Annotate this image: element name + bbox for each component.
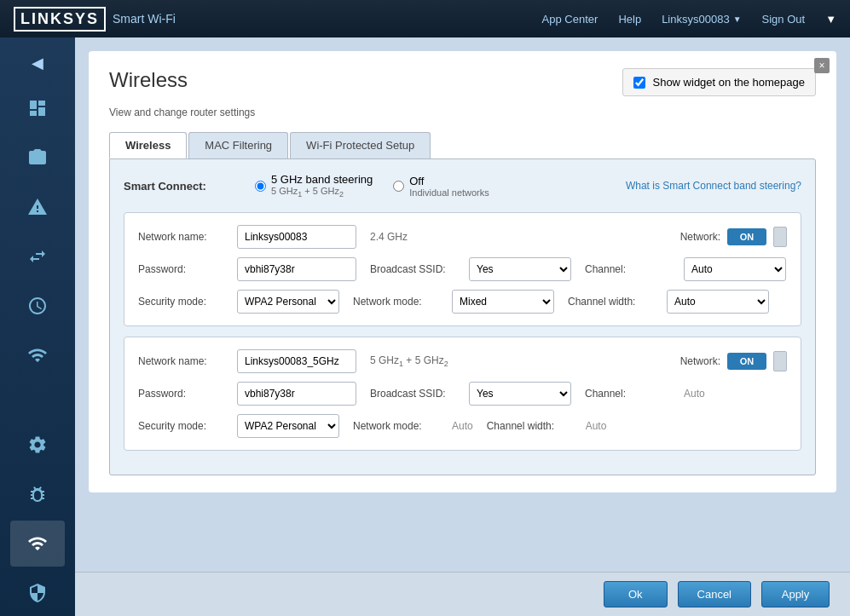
network-24-channel-select[interactable]: Auto	[684, 257, 786, 281]
app-center-link[interactable]: App Center	[542, 13, 598, 26]
network-5g-broadcast-label: Broadcast SSID:	[370, 388, 455, 400]
network-5g-width-value: Auto	[586, 420, 607, 432]
network-5g-channel-label: Channel:	[585, 388, 670, 400]
sign-out-link[interactable]: Sign Out	[762, 13, 806, 26]
homepage-check-label: Show widget on the homepage	[652, 76, 805, 89]
network-5g-toggle-button[interactable]: ON	[727, 353, 766, 370]
network-24-toggle-area: Network: ON	[680, 227, 787, 247]
network-24-security-row: Security mode: WPA2 PersonalWPA Personal…	[138, 290, 787, 314]
radio-off-input[interactable]	[393, 181, 404, 192]
network-5g-mode-value: Auto	[452, 420, 473, 432]
topnav: LINKSYS Smart Wi-Fi App Center Help Link…	[0, 0, 850, 37]
user-menu[interactable]: Linksys00083 ▼	[662, 13, 741, 26]
network-5g-password-row: Password: Broadcast SSID: YesNo Channel:…	[138, 382, 787, 406]
logo-product: Smart Wi-Fi	[113, 12, 176, 26]
sign-out-chevron-icon: ▼	[825, 13, 836, 26]
network-24-width-select[interactable]: Auto20 MHz40 MHz	[667, 290, 769, 314]
radio-5ghz-option[interactable]: 5 GHz band steering 5 GHz1 + 5 GHz2	[255, 173, 373, 199]
sidebar-toggle-button[interactable]: ◀	[0, 44, 75, 82]
sidebar-item-security[interactable]	[10, 570, 65, 616]
sidebar-item-dashboard[interactable]	[10, 85, 65, 131]
logo-brand: LINKSYS	[14, 7, 106, 32]
network-5g-channel-value: Auto	[684, 388, 705, 400]
network-5g-freq-label: 5 GHz1 + 5 GHz2	[370, 354, 448, 368]
network-5g-password-input[interactable]	[237, 382, 356, 406]
ok-button[interactable]: Ok	[604, 581, 668, 607]
network-24-password-row: Password: Broadcast SSID: YesNo Channel:…	[138, 257, 787, 281]
sidebar-item-alert[interactable]	[10, 184, 65, 230]
network-5g-width-label: Channel width:	[487, 420, 572, 432]
radio-5ghz-sub: 5 GHz1 + 5 GHz2	[271, 186, 373, 199]
network-24ghz-section: Network name: 2.4 GHz Network: ON Passwo…	[124, 212, 801, 326]
nav-links: App Center Help Linksys00083 ▼ Sign Out …	[542, 13, 836, 26]
network-5g-mode-label: Network mode:	[353, 420, 438, 432]
network-5g-security-select[interactable]: WPA2 PersonalWPA PersonalWEPDisabled	[237, 414, 339, 438]
footer-bar: Ok Cancel Apply	[75, 572, 850, 616]
network-24-name-row: Network name: 2.4 GHz Network: ON	[138, 225, 787, 249]
radio-off-sub: Individual networks	[409, 187, 489, 198]
network-5g-name-label: Network name:	[138, 355, 223, 367]
sidebar-item-camera[interactable]	[10, 135, 65, 181]
user-menu-chevron-icon: ▼	[733, 14, 742, 24]
user-name: Linksys00083	[662, 13, 730, 26]
smart-connect-info-link[interactable]: What is Smart Connect band steering?	[626, 180, 801, 192]
homepage-check-container: Show widget on the homepage	[622, 68, 816, 96]
logo: LINKSYS Smart Wi-Fi	[14, 7, 176, 32]
tab-wifi-protected[interactable]: Wi-Fi Protected Setup	[290, 132, 431, 158]
sidebar-item-transfer[interactable]	[10, 233, 65, 279]
sidebar: ◀	[0, 37, 75, 616]
sidebar-item-network[interactable]	[10, 332, 65, 378]
radio-off-option[interactable]: Off Individual networks	[393, 175, 489, 198]
network-24-freq-label: 2.4 GHz	[370, 231, 438, 243]
tabs-container: Wireless MAC Filtering Wi-Fi Protected S…	[109, 132, 816, 158]
network-24-toggle-handle[interactable]	[773, 227, 787, 247]
tab-mac-filtering[interactable]: MAC Filtering	[188, 132, 288, 158]
tab-wireless[interactable]: Wireless	[109, 132, 187, 158]
network-24-broadcast-select[interactable]: YesNo	[469, 257, 571, 281]
network-24-security-select[interactable]: WPA2 PersonalWPA PersonalWEPDisabled	[237, 290, 339, 314]
page-subtitle: View and change router settings	[109, 107, 816, 118]
network-5g-name-row: Network name: 5 GHz1 + 5 GHz2 Network: O…	[138, 349, 787, 373]
radio-5ghz-label: 5 GHz band steering	[271, 173, 373, 186]
apply-button[interactable]: Apply	[761, 581, 830, 607]
cancel-button[interactable]: Cancel	[678, 581, 751, 607]
network-24-name-input[interactable]	[237, 225, 356, 249]
network-5ghz-section: Network name: 5 GHz1 + 5 GHz2 Network: O…	[124, 337, 801, 451]
network-5g-name-input[interactable]	[237, 349, 356, 373]
network-24-mode-label: Network mode:	[353, 296, 438, 308]
network-5g-toggle-handle[interactable]	[773, 351, 787, 371]
network-24-broadcast-label: Broadcast SSID:	[370, 263, 455, 275]
widget-header: Wireless Show widget on the homepage	[109, 68, 816, 96]
page-title: Wireless	[109, 68, 622, 92]
network-24-toggle-button[interactable]: ON	[727, 228, 766, 245]
network-5g-broadcast-select[interactable]: YesNo	[469, 382, 571, 406]
network-24-channel-label: Channel:	[585, 263, 670, 275]
network-24-name-label: Network name:	[138, 231, 223, 243]
network-24-network-label: Network:	[680, 231, 720, 243]
network-24-security-label: Security mode:	[138, 296, 223, 308]
sidebar-item-settings[interactable]	[10, 422, 65, 468]
smart-connect-label: Smart Connect:	[124, 180, 234, 193]
network-5g-security-label: Security mode:	[138, 420, 223, 432]
radio-5ghz-input[interactable]	[255, 181, 266, 192]
content-area: × Wireless Show widget on the homepage V…	[75, 37, 850, 616]
widget-close-button[interactable]: ×	[814, 58, 830, 73]
sidebar-item-wifi[interactable]	[10, 521, 65, 567]
network-24-password-input[interactable]	[237, 257, 356, 281]
network-24-mode-select[interactable]: MixedWireless-N OnlyWireless-G Only	[452, 290, 554, 314]
network-24-width-label: Channel width:	[568, 296, 653, 308]
network-24-password-label: Password:	[138, 263, 223, 275]
widget-panel: × Wireless Show widget on the homepage V…	[89, 51, 836, 492]
smart-connect-row: Smart Connect: 5 GHz band steering 5 GHz…	[124, 173, 801, 199]
radio-off-label: Off	[409, 175, 489, 187]
homepage-checkbox[interactable]	[633, 77, 645, 89]
tab-content-wireless: Smart Connect: 5 GHz band steering 5 GHz…	[109, 158, 816, 475]
network-5g-password-label: Password:	[138, 388, 223, 400]
network-5g-network-label: Network:	[680, 355, 720, 367]
sidebar-item-clock[interactable]	[10, 283, 65, 329]
help-link[interactable]: Help	[618, 13, 641, 26]
network-5g-security-row: Security mode: WPA2 PersonalWPA Personal…	[138, 414, 787, 438]
main-layout: ◀	[0, 37, 850, 616]
sidebar-item-tools[interactable]	[10, 471, 65, 517]
network-5g-toggle-area: Network: ON	[680, 351, 787, 371]
